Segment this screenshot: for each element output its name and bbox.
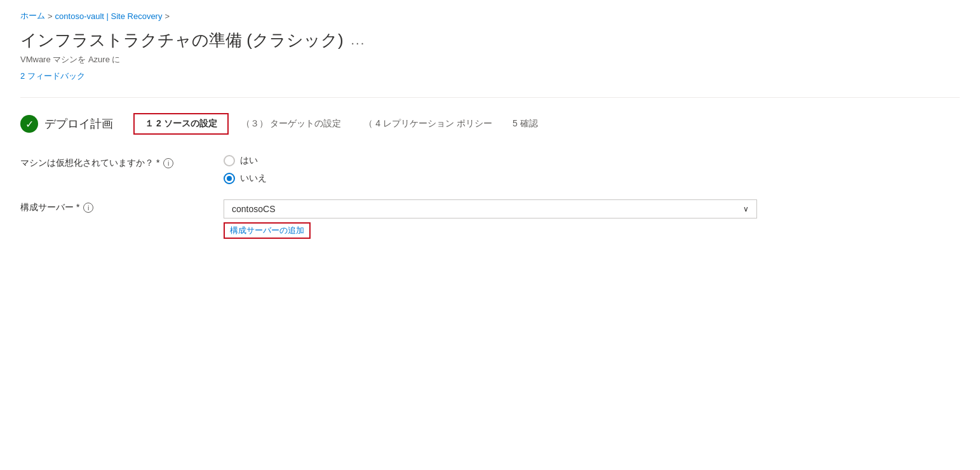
breadcrumb-sep1: >	[48, 11, 53, 21]
radio-no-button[interactable]	[224, 173, 235, 184]
breadcrumb: ホーム > contoso-vault | Site Recovery >	[20, 10, 960, 22]
page-subtitle: VMware マシンを Azure に	[20, 54, 960, 65]
virtualized-info-icon[interactable]: i	[163, 158, 173, 168]
page-title-text: インフラストラクチャの準備 (クラシック)	[20, 29, 344, 51]
add-server-text: 構成サーバーの	[230, 225, 288, 235]
radio-no-item[interactable]: いいえ	[224, 173, 267, 184]
step-tab-source[interactable]: １ 2 ソースの設定	[133, 113, 229, 135]
radio-no-label: いいえ	[240, 173, 267, 184]
chevron-down-icon: ∨	[743, 205, 749, 213]
config-server-dropdown[interactable]: contosoCS ∨	[224, 199, 757, 218]
divider	[20, 97, 960, 98]
config-server-info-icon[interactable]: i	[83, 203, 93, 213]
add-server-link-container: 構成サーバーの追加	[224, 222, 757, 239]
breadcrumb-vault[interactable]: contoso-vault | Site Recovery	[55, 11, 163, 21]
deploy-plan: ✓ デプロイ計画	[20, 115, 113, 133]
deploy-plan-check-icon: ✓	[20, 115, 38, 133]
config-server-row: 構成サーバー * i contosoCS ∨ 構成サーバーの追加	[20, 199, 960, 239]
add-server-highlight: 追加	[288, 225, 304, 235]
step-4-label: （ 4 レプリケーション ポリシー	[364, 118, 492, 130]
step-2-label: １ 2 ソースの設定	[145, 118, 217, 130]
radio-yes-label: はい	[240, 155, 258, 166]
config-server-label: 構成サーバー * i	[20, 199, 224, 213]
step-tabs: １ 2 ソースの設定 （３） ターゲットの設定 （ 4 レプリケーション ポリシ…	[133, 113, 548, 135]
form-section: マシンは仮想化されていますか？ * i はい いいえ 構成サーバー *	[20, 155, 960, 239]
config-server-value: contosoCS	[232, 204, 275, 214]
page-title: インフラストラクチャの準備 (クラシック) ...	[20, 29, 960, 51]
deploy-plan-label: デプロイ計画	[44, 116, 113, 131]
step-3-label: （３） ターゲットの設定	[241, 118, 342, 130]
step-tab-confirm[interactable]: 5 確認	[502, 114, 548, 133]
virtualized-label: マシンは仮想化されていますか？ * i	[20, 155, 224, 169]
virtualized-radio-group: はい いいえ	[224, 155, 267, 184]
step-5-label: 5 確認	[513, 118, 538, 130]
radio-yes-item[interactable]: はい	[224, 155, 267, 166]
step-tab-target[interactable]: （３） ターゲットの設定	[231, 114, 352, 133]
wizard-section: ✓ デプロイ計画 １ 2 ソースの設定 （３） ターゲットの設定 （ 4 レプリ…	[20, 113, 960, 135]
step-tab-replication[interactable]: （ 4 レプリケーション ポリシー	[354, 114, 502, 133]
add-server-link[interactable]: 構成サーバーの追加	[224, 222, 311, 239]
feedback-link[interactable]: 2 フィードバック	[20, 70, 85, 82]
breadcrumb-sep2: >	[164, 11, 170, 21]
virtualized-row: マシンは仮想化されていますか？ * i はい いいえ	[20, 155, 960, 184]
breadcrumb-home[interactable]: ホーム	[20, 10, 45, 22]
more-options-icon[interactable]: ...	[351, 33, 366, 48]
radio-yes-button[interactable]	[224, 155, 235, 166]
config-server-container: contosoCS ∨ 構成サーバーの追加	[224, 199, 757, 239]
